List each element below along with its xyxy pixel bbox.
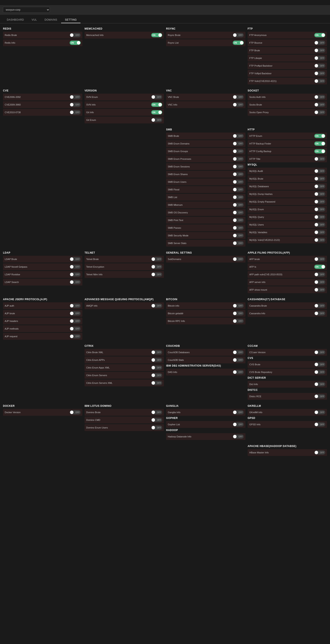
toggle-switch[interactable]: ON	[313, 265, 325, 269]
toggle-switch[interactable]: OFF	[68, 33, 81, 37]
toggle-switch[interactable]: OFF	[68, 280, 81, 284]
toggle-switch[interactable]: OFF	[313, 394, 325, 398]
toggle-switch[interactable]: OFF	[68, 410, 81, 414]
toggle-switch[interactable]: OFF	[68, 304, 81, 308]
toggle-switch[interactable]: OFF	[231, 33, 244, 37]
toggle-switch[interactable]: OFF	[313, 238, 325, 242]
tab-domains[interactable]: DOMAINS	[41, 17, 61, 23]
toggle-switch[interactable]: OFF	[313, 410, 325, 414]
toggle-switch[interactable]: OFF	[313, 102, 325, 107]
toggle-switch[interactable]: OFF	[231, 311, 244, 316]
toggle-switch[interactable]: OFF	[313, 370, 325, 374]
toggle-switch[interactable]: OFF	[313, 79, 325, 83]
toggle-switch[interactable]: OFF	[231, 102, 244, 107]
toggle-switch[interactable]: OFF	[313, 207, 325, 212]
toggle-switch[interactable]: OFF	[150, 350, 162, 354]
toggle-switch[interactable]: OFF	[313, 288, 325, 292]
toggle-switch[interactable]: OFF	[150, 418, 162, 422]
toggle-switch[interactable]: OFF	[313, 56, 325, 60]
toggle-switch[interactable]: ON	[313, 149, 325, 154]
toggle-switch[interactable]: OFF	[68, 334, 81, 338]
toggle-switch[interactable]: OFF	[68, 326, 81, 331]
toggle-switch[interactable]: OFF	[231, 226, 244, 230]
toggle-switch[interactable]: OFF	[231, 95, 244, 99]
toggle-switch[interactable]: OFF	[313, 215, 325, 219]
toggle-switch[interactable]: OFF	[231, 410, 244, 414]
toggle-switch[interactable]: OFF	[231, 350, 244, 354]
toggle-switch[interactable]: OFF	[68, 319, 81, 323]
toggle-switch[interactable]: OFF	[231, 304, 244, 308]
toggle-switch[interactable]: ON	[150, 110, 162, 114]
toggle-switch[interactable]: OFF	[313, 311, 325, 316]
toggle-switch[interactable]: OFF	[313, 422, 325, 426]
toggle-switch[interactable]: OFF	[313, 110, 325, 114]
toggle-switch[interactable]: ON	[150, 102, 162, 107]
toggle-switch[interactable]: OFF	[231, 164, 244, 169]
toggle-switch[interactable]: ON	[68, 41, 81, 45]
toggle-switch[interactable]: OFF	[313, 41, 325, 45]
toggle-switch[interactable]: OFF	[313, 304, 325, 308]
toggle-switch[interactable]: OFF	[68, 265, 81, 269]
toggle-switch[interactable]: OFF	[313, 64, 325, 68]
toggle-switch[interactable]: OFF	[150, 358, 162, 362]
toggle-switch[interactable]: ON	[231, 41, 244, 45]
toggle-switch[interactable]: OFF	[68, 257, 81, 261]
toggle-switch[interactable]: OFF	[313, 192, 325, 196]
toggle-switch[interactable]: ON	[150, 33, 162, 37]
toggle-switch[interactable]: ON	[313, 142, 325, 146]
toggle-switch[interactable]: ON	[313, 33, 325, 37]
toggle-switch[interactable]: OFF	[150, 95, 162, 99]
toggle-switch[interactable]: OFF	[68, 272, 81, 276]
toggle-switch[interactable]: OFF	[150, 257, 162, 261]
toggle-switch[interactable]: OFF	[313, 450, 325, 455]
toggle-switch[interactable]: OFF	[313, 272, 325, 276]
toggle-switch[interactable]: OFF	[313, 71, 325, 76]
toggle-switch[interactable]: OFF	[150, 265, 162, 269]
toggle-switch[interactable]: OFF	[231, 134, 244, 138]
toggle-switch[interactable]: OFF	[231, 172, 244, 176]
toggle-switch[interactable]: OFF	[231, 241, 244, 245]
toggle-switch[interactable]: OFF	[313, 184, 325, 188]
toggle-switch[interactable]: OFF	[231, 422, 244, 426]
toggle-switch[interactable]: OFF	[313, 362, 325, 366]
toggle-switch[interactable]: OFF	[313, 200, 325, 204]
toggle-switch[interactable]: OFF	[68, 102, 81, 107]
toggle-switch[interactable]: OFF	[231, 195, 244, 199]
toggle-switch[interactable]: OFF	[313, 95, 325, 99]
toggle-switch[interactable]: OFF	[231, 319, 244, 323]
toggle-switch[interactable]: OFF	[313, 230, 325, 234]
toggle-switch[interactable]: OFF	[231, 157, 244, 161]
toggle-switch[interactable]: OFF	[313, 157, 325, 161]
toggle-switch[interactable]: OFF	[150, 373, 162, 378]
tab-vul[interactable]: VUL	[28, 17, 41, 23]
org-select[interactable]: wooyun-corp	[3, 7, 50, 13]
toggle-switch[interactable]: OFF	[150, 118, 162, 122]
toggle-switch[interactable]: OFF	[313, 350, 325, 354]
toggle-switch[interactable]: OFF	[68, 95, 81, 99]
toggle-switch[interactable]: OFF	[150, 366, 162, 370]
toggle-switch[interactable]: OFF	[150, 381, 162, 385]
toggle-switch[interactable]: OFF	[313, 382, 325, 386]
toggle-switch[interactable]: OFF	[231, 218, 244, 222]
toggle-switch[interactable]: OFF	[313, 257, 325, 261]
toggle-switch[interactable]: OFF	[231, 257, 244, 261]
toggle-switch[interactable]: OFF	[231, 210, 244, 215]
toggle-switch[interactable]: OFF	[231, 370, 244, 374]
toggle-switch[interactable]: OFF	[150, 410, 162, 414]
toggle-switch[interactable]: OFF	[231, 142, 244, 146]
toggle-switch[interactable]: OFF	[68, 311, 81, 316]
tab-setting[interactable]: SETTING	[61, 17, 81, 23]
toggle-switch[interactable]: OFF	[231, 203, 244, 207]
toggle-switch[interactable]: OFF	[150, 272, 162, 276]
toggle-switch[interactable]: OFF	[313, 280, 325, 284]
toggle-switch[interactable]: OFF	[150, 304, 162, 308]
toggle-switch[interactable]: OFF	[313, 176, 325, 181]
toggle-switch[interactable]: OFF	[231, 358, 244, 362]
toggle-switch[interactable]: OFF	[313, 169, 325, 173]
tab-dashboard[interactable]: DASHBOARD	[3, 17, 28, 23]
toggle-switch[interactable]: OFF	[231, 188, 244, 192]
toggle-switch[interactable]: OFF	[231, 434, 244, 439]
toggle-switch[interactable]: OFF	[231, 180, 244, 184]
toggle-switch[interactable]: OFF	[68, 110, 81, 114]
toggle-switch[interactable]: ON	[313, 134, 325, 138]
